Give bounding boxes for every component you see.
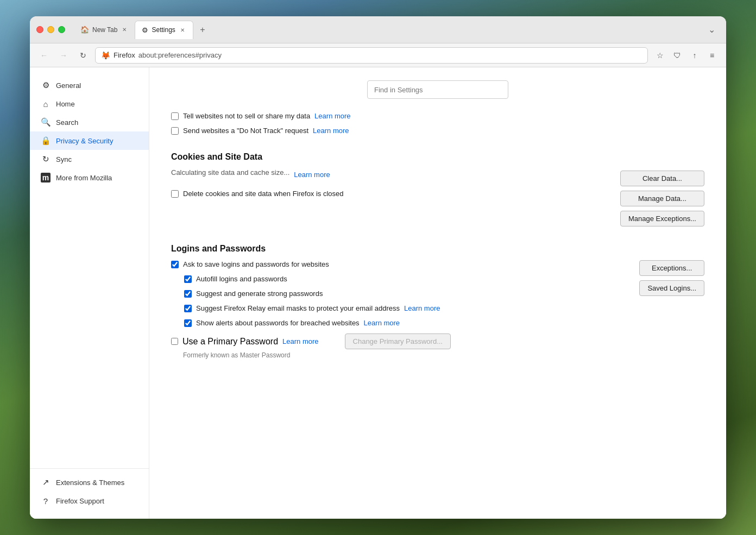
tab-close-settings[interactable]: ✕ — [179, 26, 186, 34]
sidebar-item-mozilla[interactable]: m More from Mozilla — [30, 168, 149, 187]
cookies-subtitle: Calculating site data and cache size... — [171, 168, 289, 177]
browser-name: Firefox — [114, 51, 135, 59]
traffic-lights — [36, 26, 65, 33]
sidebar: ⚙ General ⌂ Home 🔍 Search 🔒 Privacy & Se… — [30, 67, 149, 519]
breached-row: Show alerts about passwords for breached… — [171, 319, 618, 327]
suggest-strong-checkbox[interactable] — [184, 290, 192, 298]
pocket-button[interactable]: 🛡 — [670, 48, 685, 63]
delete-cookies-label: Delete cookies and site data when Firefo… — [183, 190, 344, 198]
sidebar-extensions-label: Extensions & Themes — [56, 479, 124, 487]
change-primary-password-button[interactable]: Change Primary Password... — [345, 333, 451, 349]
cookies-buttons: Clear Data... Manage Data... Manage Exce… — [620, 168, 704, 226]
new-tab-label: New Tab — [92, 26, 117, 34]
relay-checkbox[interactable] — [184, 305, 192, 312]
suggest-strong-row: Suggest and generate strong passwords — [171, 289, 618, 298]
extensions-icon: ↗ — [41, 477, 51, 487]
new-tab-button[interactable]: + — [196, 23, 210, 37]
ask-save-row: Ask to save logins and passwords for web… — [171, 260, 618, 268]
sync-icon: ↻ — [41, 154, 51, 164]
tell-websites-checkbox[interactable] — [171, 112, 179, 120]
tell-websites-learn-more[interactable]: Learn more — [314, 112, 350, 120]
sidebar-item-extensions[interactable]: ↗ Extensions & Themes — [30, 473, 149, 492]
sidebar-privacy-label: Privacy & Security — [56, 137, 113, 145]
settings-tab-label: Settings — [152, 26, 175, 34]
bookmark-button[interactable]: ☆ — [652, 48, 667, 63]
sidebar-item-privacy[interactable]: 🔒 Privacy & Security — [30, 131, 149, 150]
address-bar[interactable]: 🦊 Firefox about:preferences#privacy — [95, 47, 648, 64]
tab-overflow-button[interactable]: ⌄ — [704, 22, 720, 37]
close-button[interactable] — [36, 26, 43, 33]
back-button[interactable]: ← — [36, 48, 52, 63]
logins-buttons: Exceptions... Saved Logins... — [639, 260, 704, 359]
title-bar: 🏠 New Tab ✕ ⚙ Settings ✕ + ⌄ — [30, 16, 726, 43]
breached-checkbox[interactable] — [184, 319, 192, 327]
logins-exceptions-button[interactable]: Exceptions... — [639, 260, 704, 276]
relay-learn-more[interactable]: Learn more — [404, 304, 440, 312]
primary-password-checkbox[interactable] — [171, 338, 178, 345]
menu-button[interactable]: ≡ — [704, 48, 720, 63]
gear-icon: ⚙ — [41, 80, 51, 90]
autofill-checkbox[interactable] — [184, 275, 192, 283]
settings-content: Tell websites not to sell or share my da… — [149, 67, 726, 519]
sidebar-general-label: General — [56, 81, 81, 90]
breached-learn-more[interactable]: Learn more — [364, 319, 400, 327]
minimize-button[interactable] — [47, 26, 54, 33]
sidebar-home-label: Home — [56, 100, 75, 108]
home-icon: ⌂ — [41, 99, 51, 109]
search-icon: 🔍 — [41, 117, 51, 127]
cookies-learn-more[interactable]: Learn more — [294, 171, 330, 179]
delete-cookies-checkbox[interactable] — [171, 190, 179, 198]
formerly-known-text: Formerly known as Master Password — [171, 351, 618, 359]
nav-bar: ← → ↻ 🦊 Firefox about:preferences#privac… — [30, 43, 726, 67]
tell-websites-row: Tell websites not to sell or share my da… — [171, 112, 704, 120]
url-text: about:preferences#privacy — [138, 51, 222, 59]
cookies-title: Cookies and Site Data — [171, 152, 704, 162]
content-area: ⚙ General ⌂ Home 🔍 Search 🔒 Privacy & Se… — [30, 67, 726, 519]
autofill-label: Autofill logins and passwords — [196, 275, 287, 283]
ask-save-label: Ask to save logins and passwords for web… — [183, 260, 329, 268]
logins-section: Logins and Passwords Ask to save logins … — [171, 244, 704, 359]
sidebar-item-search[interactable]: 🔍 Search — [30, 113, 149, 131]
primary-password-label: Use a Primary Password — [182, 337, 278, 347]
saved-logins-button[interactable]: Saved Logins... — [639, 280, 704, 296]
firefox-icon: 🦊 — [101, 51, 110, 60]
do-not-track-label: Send websites a "Do Not Track" request — [183, 127, 308, 135]
tracking-section: Tell websites not to sell or share my da… — [171, 112, 704, 135]
sidebar-item-sync[interactable]: ↻ Sync — [30, 150, 149, 168]
support-icon: ? — [41, 496, 51, 506]
extensions-button[interactable]: ↑ — [687, 48, 702, 63]
forward-button[interactable]: → — [56, 48, 71, 63]
browser-window: 🏠 New Tab ✕ ⚙ Settings ✕ + ⌄ ← → ↻ 🦊 Fir… — [30, 16, 726, 519]
tab-new-tab[interactable]: 🏠 New Tab ✕ — [74, 21, 135, 39]
sidebar-bottom: ↗ Extensions & Themes ? Firefox Support — [30, 468, 149, 510]
do-not-track-row: Send websites a "Do Not Track" request L… — [171, 127, 704, 135]
ask-save-checkbox[interactable] — [171, 261, 179, 268]
cookies-section: Cookies and Site Data Calculating site d… — [171, 152, 704, 226]
clear-data-button[interactable]: Clear Data... — [620, 171, 704, 186]
maximize-button[interactable] — [58, 26, 65, 33]
manage-exceptions-button[interactable]: Manage Exceptions... — [620, 211, 704, 226]
find-in-settings-input[interactable] — [367, 80, 508, 99]
delete-cookies-row: Delete cookies and site data when Firefo… — [171, 190, 620, 198]
new-tab-icon: 🏠 — [80, 26, 89, 34]
suggest-strong-label: Suggest and generate strong passwords — [196, 289, 323, 298]
sidebar-item-support[interactable]: ? Firefox Support — [30, 492, 149, 510]
breached-label: Show alerts about passwords for breached… — [196, 319, 360, 327]
do-not-track-learn-more[interactable]: Learn more — [313, 127, 349, 135]
manage-data-button[interactable]: Manage Data... — [620, 191, 704, 206]
find-in-settings-container — [171, 80, 704, 99]
tab-close-new-tab[interactable]: ✕ — [121, 26, 128, 34]
nav-actions: ☆ 🛡 ↑ ≡ — [652, 48, 720, 63]
sidebar-item-general[interactable]: ⚙ General — [30, 76, 149, 95]
reload-button[interactable]: ↻ — [75, 48, 91, 63]
tab-settings[interactable]: ⚙ Settings ✕ — [135, 21, 193, 39]
do-not-track-checkbox[interactable] — [171, 127, 179, 135]
tabs-area: 🏠 New Tab ✕ ⚙ Settings ✕ + ⌄ — [74, 21, 720, 39]
tell-websites-label: Tell websites not to sell or share my da… — [183, 112, 310, 120]
lock-icon: 🔒 — [41, 136, 51, 146]
sidebar-item-home[interactable]: ⌂ Home — [30, 95, 149, 113]
sidebar-search-label: Search — [56, 118, 78, 127]
primary-password-learn-more[interactable]: Learn more — [282, 337, 318, 345]
relay-row: Suggest Firefox Relay email masks to pro… — [171, 304, 618, 312]
relay-label: Suggest Firefox Relay email masks to pro… — [196, 304, 400, 312]
